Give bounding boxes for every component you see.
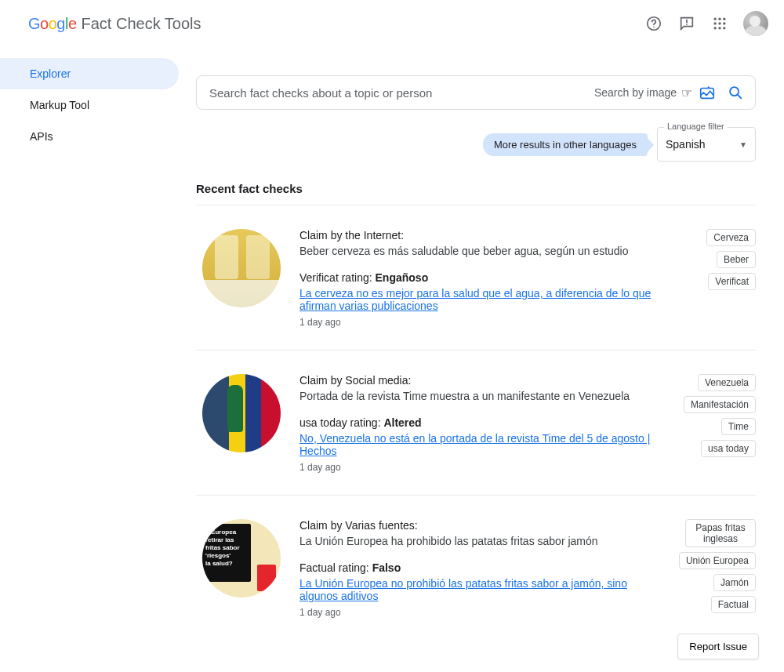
- header-actions: [644, 11, 768, 36]
- filter-row: More results in other languages Language…: [196, 127, 756, 162]
- claim-by-line: Claim by Social media:: [299, 374, 665, 387]
- tag-chip[interactable]: Beber: [717, 251, 756, 268]
- svg-point-7: [714, 22, 717, 24]
- claim-text: Portada de la revista Time muestra a un …: [299, 390, 665, 402]
- app-header: Google Fact Check Tools: [0, 0, 784, 47]
- app-title: Fact Check Tools: [82, 15, 201, 33]
- time-ago: 1 day ago: [299, 607, 660, 618]
- search-icon[interactable]: [727, 84, 744, 101]
- rating-word: rating:: [342, 271, 372, 284]
- tag-chip[interactable]: usa today: [701, 440, 756, 457]
- tag-list: Papas fritas inglesas Unión Europea Jamó…: [679, 519, 756, 613]
- sidebar-item-markup-tool[interactable]: Markup Tool: [0, 89, 179, 121]
- google-logo: Google: [28, 15, 77, 33]
- rating-value: Altered: [383, 416, 421, 429]
- claim-text: La Unión Europea ha prohibido las patata…: [299, 535, 660, 547]
- tag-chip[interactable]: Verificat: [708, 273, 756, 290]
- report-issue-button[interactable]: Report Issue: [677, 634, 759, 640]
- rating-source: Verificat: [299, 271, 339, 284]
- claim-by-source: the Internet: [345, 229, 401, 242]
- claim-by-source: Varias fuentes: [345, 519, 414, 532]
- tag-list: Cerveza Beber Verificat: [706, 229, 756, 290]
- more-languages-hint: More results in other languages: [483, 133, 648, 156]
- time-ago: 1 day ago: [299, 317, 688, 328]
- rating-word: rating:: [339, 561, 369, 574]
- svg-point-12: [723, 27, 725, 29]
- tag-chip[interactable]: Manifestación: [684, 396, 756, 413]
- article-link[interactable]: No, Venezuela no está en la portada de l…: [299, 432, 665, 457]
- claim-text: Beber cerveza es más saludable que beber…: [299, 245, 688, 257]
- svg-point-3: [686, 24, 688, 26]
- fact-check-card: Claim by the Internet: Beber cerveza es …: [196, 205, 756, 351]
- language-filter-label: Language filter: [664, 122, 728, 131]
- claim-by-prefix: Claim by: [299, 374, 345, 387]
- sidebar-item-explorer[interactable]: Explorer: [0, 58, 179, 89]
- rating-line: usa today rating: Altered: [299, 416, 665, 429]
- svg-point-10: [714, 27, 717, 29]
- tag-list: Venezuela Manifestación Time usa today: [684, 374, 756, 457]
- claim-thumbnail[interactable]: [202, 229, 281, 307]
- svg-point-11: [718, 27, 720, 29]
- claim-by-prefix: Claim by: [299, 519, 345, 532]
- rating-value: Falso: [372, 561, 401, 574]
- claim-by-source: Social media: [345, 374, 408, 387]
- svg-point-6: [723, 18, 725, 20]
- language-filter-value: Spanish: [666, 138, 706, 151]
- time-ago: 1 day ago: [299, 462, 665, 473]
- image-search-icon[interactable]: [699, 84, 716, 101]
- language-filter-select[interactable]: Language filter Spanish ▼: [657, 127, 756, 162]
- tag-chip[interactable]: Venezuela: [698, 374, 756, 391]
- article-link[interactable]: La Unión Europea no prohibió las patatas…: [299, 577, 660, 602]
- tag-chip[interactable]: Papas fritas inglesas: [685, 519, 756, 547]
- fact-check-card: n Europearetirar lasfritas sabor'riesgos…: [196, 496, 756, 640]
- rating-source: Factual: [299, 561, 336, 574]
- sidebar: Explorer Markup Tool APIs: [0, 47, 182, 152]
- svg-point-1: [653, 27, 655, 28]
- svg-line-15: [738, 95, 742, 99]
- svg-point-9: [723, 22, 725, 24]
- search-input[interactable]: [208, 85, 594, 100]
- article-link[interactable]: La cerveza no es mejor para la salud que…: [299, 287, 668, 312]
- chevron-down-icon: ▼: [739, 140, 747, 149]
- tag-chip[interactable]: Time: [721, 418, 756, 435]
- rating-source: usa today: [299, 416, 347, 429]
- rating-value: Engañoso: [376, 271, 429, 284]
- account-avatar[interactable]: [743, 11, 768, 36]
- svg-point-5: [718, 18, 720, 20]
- tag-chip[interactable]: Jamón: [713, 574, 756, 591]
- claim-by-line: Claim by the Internet:: [299, 229, 688, 242]
- fact-check-card: Claim by Social media: Portada de la rev…: [196, 351, 756, 496]
- help-icon[interactable]: [644, 14, 663, 33]
- claim-by-prefix: Claim by: [299, 229, 345, 242]
- tag-chip[interactable]: Cerveza: [706, 229, 756, 246]
- search-bar: Search by image ☞: [196, 75, 756, 110]
- tag-chip[interactable]: Factual: [711, 596, 756, 613]
- claim-thumbnail[interactable]: n Europearetirar lasfritas sabor'riesgos…: [202, 519, 281, 598]
- sidebar-item-apis[interactable]: APIs: [0, 121, 179, 152]
- rating-word: rating:: [350, 416, 381, 429]
- rating-line: Factual rating: Falso: [299, 561, 660, 574]
- pointing-hand-icon: ☞: [681, 85, 692, 100]
- feedback-icon[interactable]: [677, 14, 696, 33]
- svg-point-4: [714, 18, 717, 20]
- tag-chip[interactable]: Unión Europea: [679, 552, 756, 569]
- svg-point-8: [718, 22, 720, 24]
- logo-block[interactable]: Google Fact Check Tools: [28, 15, 201, 33]
- main-content: Search by image ☞ More results in other …: [182, 47, 784, 640]
- apps-grid-icon[interactable]: [710, 14, 729, 33]
- claim-thumbnail[interactable]: [202, 374, 281, 452]
- search-by-image-label: Search by image: [594, 86, 677, 99]
- claim-by-line: Claim by Varias fuentes:: [299, 519, 660, 532]
- section-title: Recent fact checks: [196, 182, 756, 195]
- rating-line: Verificat rating: Engañoso: [299, 271, 688, 284]
